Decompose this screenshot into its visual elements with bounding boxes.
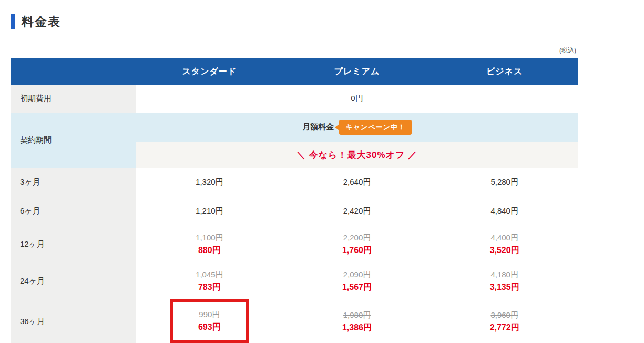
row-label: 24ヶ月 xyxy=(11,263,136,299)
price-cell: 2,200円 1,760円 xyxy=(283,226,431,263)
discount-price-stack: 2,200円 1,760円 xyxy=(342,231,372,257)
discount-price-stack: 3,960円 2,772円 xyxy=(490,309,519,334)
table-header-row: スタンダード プレミアム ビジネス xyxy=(11,58,578,85)
price-cell: 1,320円 xyxy=(136,168,283,197)
column-header-standard: スタンダード xyxy=(136,58,283,85)
discount-price-stack: 1,045円 783円 xyxy=(196,268,223,294)
contract-period-content: 月額料金 キャンペーン中！ ＼ 今なら！最大30%オフ ／ xyxy=(136,113,578,168)
page-header: 料金表 xyxy=(11,13,578,31)
initial-cost-value: 0円 xyxy=(136,85,578,113)
pricing-page: 料金表 (税込) スタンダード プレミアム ビジネス 初期費用 0円 契約期間 … xyxy=(0,0,578,340)
monthly-fee-label: 月額料金 xyxy=(302,122,334,132)
price-cell: 4,180円 3,135円 xyxy=(431,263,578,299)
price-cell: 3,960円 2,772円 xyxy=(431,299,578,343)
discounted-price: 3,520円 xyxy=(490,244,519,257)
price-value: 2,640円 xyxy=(343,177,371,187)
header-empty-cell xyxy=(11,58,136,85)
highlight-box: 990円 693円 xyxy=(170,299,249,343)
price-cell: 4,400円 3,520円 xyxy=(431,226,578,263)
price-value: 1,320円 xyxy=(196,177,223,187)
column-header-premium: プレミアム xyxy=(283,58,431,85)
title-accent-bar xyxy=(11,14,15,29)
original-price: 990円 xyxy=(199,308,220,321)
page-title: 料金表 xyxy=(22,14,61,30)
discount-price-stack: 4,400円 3,520円 xyxy=(490,231,519,257)
tax-included-note: (税込) xyxy=(11,46,576,55)
table-row-6months: 6ヶ月 1,210円 2,420円 4,840円 xyxy=(11,197,578,226)
discounted-price: 2,772円 xyxy=(490,321,519,334)
row-label: 6ヶ月 xyxy=(11,197,136,226)
price-cell: 990円 693円 xyxy=(136,299,283,343)
discount-price-stack: 990円 693円 xyxy=(198,308,221,334)
monthly-fee-row: 月額料金 キャンペーン中！ xyxy=(136,113,578,142)
initial-cost-row: 初期費用 0円 xyxy=(11,85,578,113)
campaign-badge: キャンペーン中！ xyxy=(339,120,412,135)
row-label: 12ヶ月 xyxy=(11,226,136,263)
column-header-business: ビジネス xyxy=(431,58,578,85)
original-price: 4,180円 xyxy=(490,268,518,281)
price-cell: 1,980円 1,386円 xyxy=(283,299,431,343)
price-cell: 2,090円 1,567円 xyxy=(283,263,431,299)
price-cell: 1,045円 783円 xyxy=(136,263,283,299)
table-row-12months: 12ヶ月 1,100円 880円 2,200円 1,760円 4,400円 3,… xyxy=(11,226,578,263)
original-price: 3,960円 xyxy=(490,309,518,321)
original-price: 2,200円 xyxy=(343,231,371,244)
row-label: 36ヶ月 xyxy=(11,299,136,343)
price-cell: 2,640円 xyxy=(283,168,431,197)
initial-cost-label: 初期費用 xyxy=(11,85,136,113)
price-cell: 4,840円 xyxy=(431,197,578,226)
original-price: 1,100円 xyxy=(196,231,223,244)
price-cell: 5,280円 xyxy=(431,168,578,197)
discount-price-stack: 1,980円 1,386円 xyxy=(342,309,372,334)
original-price: 1,980円 xyxy=(343,309,371,321)
pricing-table: スタンダード プレミアム ビジネス 初期費用 0円 契約期間 月額料金 キャンペ… xyxy=(11,58,578,340)
discounted-price: 1,567円 xyxy=(342,281,372,294)
discounted-price: 880円 xyxy=(198,244,221,257)
price-cell: 1,210円 xyxy=(136,197,283,226)
table-row-24months: 24ヶ月 1,045円 783円 2,090円 1,567円 4,180円 3,… xyxy=(11,263,578,299)
price-value: 1,210円 xyxy=(196,206,223,216)
price-value: 2,420円 xyxy=(343,206,371,216)
discount-price-stack: 1,100円 880円 xyxy=(196,231,223,257)
discounted-price: 3,135円 xyxy=(490,281,519,294)
contract-period-label: 契約期間 xyxy=(11,113,136,168)
discount-price-stack: 2,090円 1,567円 xyxy=(342,268,372,294)
price-cell: 1,100円 880円 xyxy=(136,226,283,263)
discounted-price: 1,760円 xyxy=(342,244,372,257)
row-label: 3ヶ月 xyxy=(11,168,136,197)
discount-price-stack: 4,180円 3,135円 xyxy=(490,268,519,294)
discounted-price: 783円 xyxy=(198,281,221,294)
discounted-price: 693円 xyxy=(198,321,221,334)
original-price: 1,045円 xyxy=(196,268,223,281)
price-cell: 2,420円 xyxy=(283,197,431,226)
price-value: 5,280円 xyxy=(490,177,518,187)
table-row-3months: 3ヶ月 1,320円 2,640円 5,280円 xyxy=(11,168,578,197)
contract-period-row: 契約期間 月額料金 キャンペーン中！ ＼ 今なら！最大30%オフ ／ xyxy=(11,113,578,168)
discounted-price: 1,386円 xyxy=(342,321,372,334)
price-value: 4,840円 xyxy=(490,206,518,216)
table-row-36months: 36ヶ月 990円 693円 1,980円 1,386円 3,960円 xyxy=(11,299,578,340)
original-price: 4,400円 xyxy=(490,231,518,244)
promo-banner: ＼ 今なら！最大30%オフ ／ xyxy=(136,142,578,168)
original-price: 2,090円 xyxy=(343,268,371,281)
